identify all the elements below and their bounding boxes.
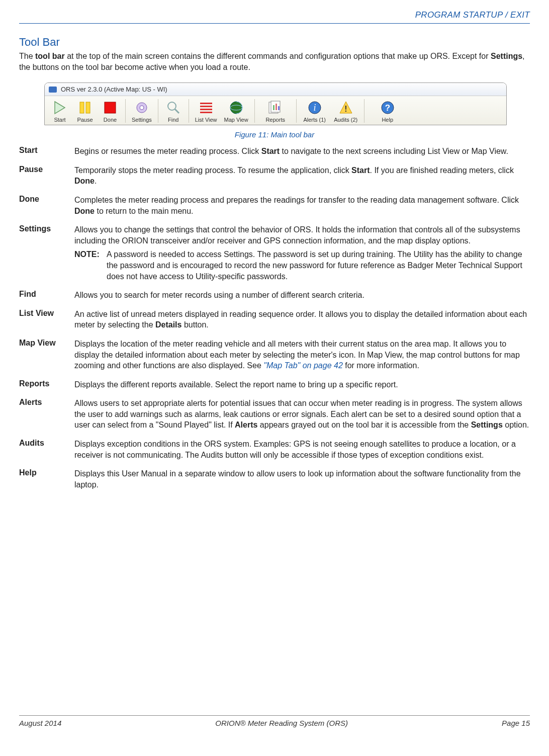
- term-alerts: Alerts: [19, 398, 69, 431]
- text: Displays exception conditions in the ORS…: [74, 440, 516, 459]
- term-help: Help: [19, 468, 69, 490]
- bold-text: Settings: [491, 52, 522, 60]
- svg-line-7: [175, 109, 179, 113]
- text: appears grayed out on the tool bar it is…: [257, 421, 471, 429]
- svg-text:!: !: [344, 105, 347, 113]
- bold-text: Done: [74, 177, 95, 185]
- button-label: Done: [104, 117, 117, 123]
- desc-find: Allows you to search for meter records u…: [74, 290, 530, 301]
- svg-rect-10: [200, 109, 212, 110]
- button-label: List View: [195, 117, 217, 123]
- svg-rect-16: [273, 105, 274, 110]
- term-map-view: Map View: [19, 339, 69, 371]
- svg-text:i: i: [313, 103, 316, 113]
- chapter-header: PROGRAM STARTUP / EXIT: [19, 10, 530, 24]
- button-label: Help: [382, 117, 393, 123]
- toolbar-row: Start Pause Done Settings: [45, 96, 506, 125]
- separator: [296, 99, 297, 123]
- svg-point-5: [140, 106, 144, 110]
- settings-button[interactable]: Settings: [129, 98, 155, 124]
- footer-page-number: Page 15: [502, 719, 530, 727]
- separator: [158, 99, 158, 123]
- map-view-button[interactable]: Map View: [221, 98, 251, 124]
- separator: [254, 99, 255, 123]
- desc-help: Displays this User Manual in a separate …: [74, 468, 530, 490]
- term-start: Start: [19, 146, 69, 157]
- app-icon: [49, 87, 57, 93]
- list-view-button[interactable]: List View: [192, 98, 220, 124]
- text: Allows you to change the settings that c…: [74, 225, 520, 245]
- pause-button[interactable]: Pause: [73, 98, 97, 124]
- bold-text: Settings: [471, 421, 503, 429]
- desc-start: Begins or resumes the meter reading proc…: [74, 146, 530, 157]
- help-icon: ?: [379, 99, 396, 116]
- text: option.: [503, 421, 529, 429]
- titlebar-text: ORS ver 2.3.0 (Active Map: US - WI): [61, 86, 167, 93]
- cross-reference-link[interactable]: "Map Tab" on page 42: [263, 361, 343, 370]
- bold-text: tool bar: [35, 52, 65, 60]
- desc-reports: Displays the different reports available…: [74, 379, 530, 390]
- note-label: NOTE:: [74, 249, 103, 282]
- svg-rect-8: [200, 103, 212, 104]
- help-button[interactable]: ? Help: [368, 98, 408, 124]
- info-icon: i: [306, 99, 323, 116]
- globe-icon: [228, 99, 245, 116]
- desc-done: Completes the meter reading process and …: [74, 195, 530, 216]
- term-reports: Reports: [19, 379, 69, 390]
- svg-rect-11: [200, 112, 212, 113]
- text: button.: [181, 320, 208, 329]
- section-title: Tool Bar: [19, 36, 530, 49]
- text: Begins or resumes the meter reading proc…: [74, 147, 261, 155]
- toolbar-window: ORS ver 2.3.0 (Active Map: US - WI) Star…: [44, 82, 507, 125]
- svg-rect-2: [86, 102, 90, 113]
- text: to return to the main menu.: [95, 207, 194, 215]
- button-label: Settings: [132, 117, 152, 123]
- window-titlebar: ORS ver 2.3.0 (Active Map: US - WI): [45, 83, 506, 96]
- intro-paragraph: The tool bar at the top of the main scre…: [19, 51, 530, 72]
- desc-audits: Displays exception conditions in the ORS…: [74, 439, 530, 460]
- reports-button[interactable]: Reports: [258, 98, 293, 124]
- text: Temporarily stops the meter reading proc…: [74, 166, 351, 175]
- term-pause: Pause: [19, 165, 69, 187]
- reports-icon: [267, 99, 284, 116]
- term-find: Find: [19, 290, 69, 301]
- button-label: Reports: [265, 117, 285, 123]
- text: . If you are finished reading meters, cl…: [370, 166, 514, 175]
- separator: [364, 99, 364, 123]
- pause-icon: [76, 99, 94, 116]
- start-button[interactable]: Start: [48, 98, 72, 124]
- desc-alerts: Allows users to set appropriate alerts f…: [74, 398, 530, 431]
- button-label: Alerts (1): [303, 117, 326, 123]
- svg-text:?: ?: [385, 103, 390, 113]
- note-text: A password is needed to access Settings.…: [107, 249, 530, 282]
- svg-rect-9: [200, 106, 212, 107]
- text: The: [19, 52, 35, 60]
- desc-pause: Temporarily stops the meter reading proc…: [74, 165, 530, 187]
- text: Allows you to search for meter records u…: [74, 291, 364, 299]
- svg-rect-1: [80, 102, 84, 113]
- definition-list: Start Begins or resumes the meter readin…: [19, 146, 530, 490]
- footer-date: August 2014: [19, 719, 61, 727]
- gear-icon: [133, 99, 150, 116]
- button-label: Audits (2): [334, 117, 357, 123]
- audits-button[interactable]: ! Audits (2): [331, 98, 361, 124]
- bold-text: Done: [74, 207, 95, 215]
- stop-icon: [102, 99, 119, 116]
- text: Completes the meter reading process and …: [74, 196, 519, 204]
- text: for more information.: [343, 361, 419, 370]
- term-settings: Settings: [19, 224, 69, 282]
- term-list-view: List View: [19, 309, 69, 330]
- button-label: Find: [168, 117, 178, 123]
- list-icon: [198, 99, 215, 116]
- page-footer: August 2014 ORION® Meter Reading System …: [19, 715, 530, 727]
- svg-rect-3: [105, 102, 116, 113]
- footer-title: ORION® Meter Reading System (ORS): [215, 719, 348, 727]
- svg-point-6: [168, 102, 176, 110]
- text: Displays this User Manual in a separate …: [74, 469, 521, 489]
- find-button[interactable]: Find: [161, 98, 186, 124]
- alerts-button[interactable]: i Alerts (1): [300, 98, 330, 124]
- term-audits: Audits: [19, 439, 69, 460]
- term-done: Done: [19, 195, 69, 216]
- text: at the top of the main screen contains t…: [65, 52, 491, 60]
- done-button[interactable]: Done: [98, 98, 122, 124]
